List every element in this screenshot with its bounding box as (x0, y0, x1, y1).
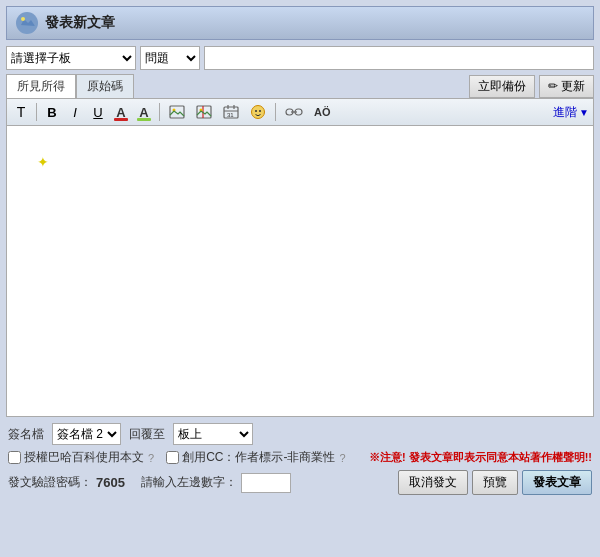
svg-rect-2 (170, 106, 184, 118)
notice-text: ※注意! 發表文章即表示同意本站著作權聲明!! (369, 450, 592, 465)
captcha-instruction: 請輸入左邊數字： (141, 474, 237, 491)
cancel-button[interactable]: 取消發文 (398, 470, 468, 495)
cc-help-icon[interactable]: ? (339, 452, 345, 464)
insert-image2-btn[interactable] (192, 102, 216, 122)
svg-text:31: 31 (227, 112, 234, 118)
title-input[interactable] (204, 46, 594, 70)
separator2 (159, 103, 160, 121)
header-icon (15, 11, 39, 35)
bg-color-btn[interactable]: A (134, 102, 154, 122)
bold-btn[interactable]: B (42, 102, 62, 122)
insert-image-btn[interactable] (165, 102, 189, 122)
svg-point-13 (255, 110, 257, 112)
reply-select[interactable]: 板上 信箱 不回覆 (173, 423, 253, 445)
wiki-license-checkbox[interactable] (8, 451, 21, 464)
svg-point-12 (252, 106, 265, 119)
toolbar-right: 進階 ▼ (553, 104, 589, 121)
captcha-code: 7605 (96, 475, 125, 490)
update-button[interactable]: ✏ 更新 (539, 75, 594, 98)
separator3 (275, 103, 276, 121)
advanced-link[interactable]: 進階 ▼ (553, 104, 589, 121)
underline-btn[interactable]: U (88, 102, 108, 122)
checkboxes-row: 授權巴哈百科使用本文 ? 創用CC：作者標示-非商業性 ? ※注意! 發表文章即… (6, 449, 594, 466)
insert-link-btn[interactable] (281, 102, 307, 122)
type-select[interactable]: 問題 討論 分享 請益 公告 (140, 46, 200, 70)
editor-body[interactable]: ✦ (7, 126, 593, 416)
cc-license-checkbox[interactable] (166, 451, 179, 464)
wiki-license-label[interactable]: 授權巴哈百科使用本文 (8, 449, 144, 466)
tabs-right-buttons: 立即備份 ✏ 更新 (469, 75, 594, 98)
signature-reply-row: 簽名檔 簽名檔 2 無 簽名檔 1 簽名檔 3 回覆至 板上 信箱 不回覆 (6, 423, 594, 445)
board-select[interactable]: 請選擇子板 (6, 46, 136, 70)
header-title: 發表新文章 (45, 14, 115, 32)
post-button[interactable]: 發表文章 (522, 470, 592, 495)
tab-wysiwyg[interactable]: 所見所得 (6, 74, 76, 98)
page-container: 發表新文章 請選擇子板 問題 討論 分享 請益 公告 所見所得 原始碼 立即備份… (0, 0, 600, 501)
insert-special-btn[interactable]: AÖ (310, 102, 335, 122)
preview-button[interactable]: 預覽 (472, 470, 518, 495)
editor-content[interactable] (7, 126, 593, 406)
tab-source[interactable]: 原始碼 (76, 74, 134, 98)
header-bar: 發表新文章 (6, 6, 594, 40)
captcha-label: 發文驗證密碼： (8, 474, 92, 491)
yellow-star: ✦ (37, 154, 49, 170)
svg-point-14 (259, 110, 261, 112)
signature-label: 簽名檔 (8, 426, 44, 443)
toolbar: T B I U A A 31 (7, 99, 593, 126)
italic-btn[interactable]: I (65, 102, 85, 122)
captcha-input[interactable] (241, 473, 291, 493)
svg-point-1 (21, 17, 25, 21)
save-button[interactable]: 立即備份 (469, 75, 535, 98)
editor-container: T B I U A A 31 (6, 98, 594, 417)
captcha-actions-row: 發文驗證密碼： 7605 請輸入左邊數字： 取消發文 預覽 發表文章 (6, 470, 594, 495)
tabs-row: 所見所得 原始碼 立即備份 ✏ 更新 (6, 74, 594, 98)
insert-emoji-btn[interactable] (246, 102, 270, 122)
separator1 (36, 103, 37, 121)
action-buttons: 取消發文 預覽 發表文章 (398, 470, 592, 495)
insert-date-btn[interactable]: 31 (219, 102, 243, 122)
font-color-btn[interactable]: A (111, 102, 131, 122)
cc-license-label[interactable]: 創用CC：作者標示-非商業性 (166, 449, 335, 466)
reply-label: 回覆至 (129, 426, 165, 443)
signature-select[interactable]: 簽名檔 2 無 簽名檔 1 簽名檔 3 (52, 423, 121, 445)
wiki-help-icon[interactable]: ? (148, 452, 154, 464)
svg-rect-4 (197, 106, 211, 118)
top-row: 請選擇子板 問題 討論 分享 請益 公告 (6, 46, 594, 70)
font-size-btn[interactable]: T (11, 102, 31, 122)
